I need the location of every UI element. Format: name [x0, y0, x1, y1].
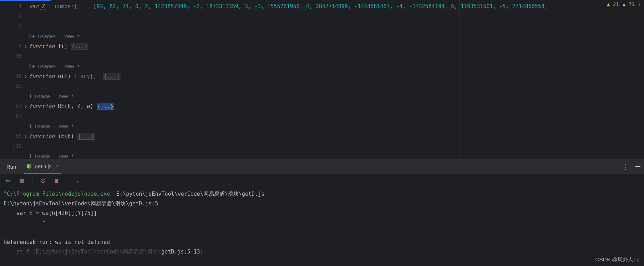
minimize-icon[interactable] [635, 166, 640, 167]
code-line: function RE(E, Z, a) {...} [26, 101, 644, 111]
line-gutter[interactable]: 1 2 3 4❯ 38 39❯ 52 53❯ 67 68❯ 130 [0, 0, 26, 159]
code-line: function iE(E) {...} [26, 131, 644, 141]
run-tab[interactable]: getD.js × [24, 159, 61, 174]
editor-area: ▲ 21 ▲ 73 ↑ 1 2 3 4❯ 38 39❯ 52 53❯ 67 68… [0, 0, 644, 159]
close-icon[interactable]: × [56, 163, 59, 169]
weak-warning-icon: ▲ 73 [623, 1, 635, 7]
inspection-status[interactable]: ▲ 21 ▲ 73 ↑ [607, 1, 641, 7]
clear-icon[interactable] [53, 178, 60, 184]
run-tool-window: Run getD.js × ⋮ ⋮ "C:\Program Files\node… [0, 159, 644, 266]
code-line: function f() {...} [26, 41, 644, 51]
code-content[interactable]: var Z : number[] = [93, 82, 74, 0, 2, 14… [26, 0, 644, 159]
stop-icon[interactable] [19, 178, 25, 184]
usage-hint[interactable]: 5+ usages new * [29, 34, 80, 39]
run-toolbar: ⋮ [0, 174, 644, 187]
separator [67, 178, 67, 184]
run-tab-label: getD.js [35, 163, 52, 169]
usage-hint[interactable]: 1 usage new * [29, 153, 74, 159]
usage-hint[interactable]: 1 usage new * [29, 93, 74, 99]
more-icon[interactable]: ⋮ [623, 163, 630, 170]
usage-hint[interactable]: 1 usage new * [29, 123, 74, 129]
code-line: function o(E) : any[] {...} [26, 71, 644, 81]
run-title: Run [6, 164, 16, 170]
folded-region[interactable]: {...} [77, 133, 95, 140]
run-header: Run getD.js × ⋮ [0, 159, 644, 174]
watermark: CSDN @局外人LZ [595, 256, 640, 263]
more-actions-icon[interactable]: ⋮ [74, 178, 81, 184]
scroll-up-icon[interactable]: ↑ [638, 1, 641, 7]
nodejs-icon [26, 163, 32, 169]
warning-icon: ▲ 21 [607, 1, 619, 7]
separator [32, 178, 32, 184]
rerun-icon[interactable] [5, 178, 11, 184]
folded-region[interactable]: {...} [97, 103, 114, 110]
folded-region[interactable]: {...} [103, 73, 121, 80]
folded-region[interactable]: {...} [71, 43, 88, 50]
code-line: var Z : number[] = [93, 82, 74, 0, 2, 14… [26, 1, 644, 11]
console-output[interactable]: "C:\Program Files\nodejs\node.exe" E:\py… [0, 187, 644, 266]
usage-hint[interactable]: 5+ usages new * [29, 63, 80, 69]
scroll-to-end-icon[interactable] [40, 178, 46, 184]
